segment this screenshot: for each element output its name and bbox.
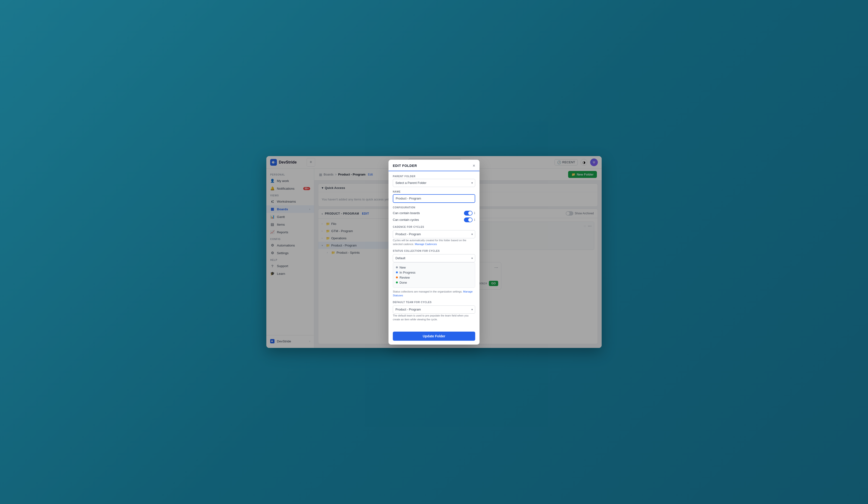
status-item-done: Done — [396, 280, 472, 285]
status-list: New In Progress Review Done — [393, 262, 475, 288]
default-team-helper: The default team is used to pre populate… — [393, 314, 475, 322]
status-item-review: Review — [396, 275, 472, 280]
status-collection-select[interactable]: Default — [393, 254, 475, 262]
parent-folder-group: PARENT FOLDER Select a Parent Folder (fu… — [393, 175, 475, 187]
name-label: NAME — [393, 190, 475, 193]
status-collection-select-wrapper: Default — [393, 254, 475, 262]
default-team-label: DEFAULT TEAM FOR CYCLES — [393, 301, 475, 304]
manage-cadences-link[interactable]: Manage Cadences — [415, 243, 437, 245]
configuration-group: CONFIGURATION Can contain boards ℹ Can c… — [393, 206, 475, 222]
default-team-group: DEFAULT TEAM FOR CYCLES Product - Progra… — [393, 301, 475, 322]
status-label-in-progress: In Progress — [400, 271, 415, 274]
folder-name-input[interactable] — [393, 194, 475, 203]
can-contain-boards-toggle[interactable] — [464, 211, 473, 215]
can-contain-cycles-label: Can contain cycles — [393, 218, 419, 222]
parent-folder-select-wrapper: Select a Parent Folder — [393, 179, 475, 187]
status-dot-done — [396, 282, 398, 283]
status-dot-review — [396, 276, 398, 279]
can-contain-boards-label: Can contain boards — [393, 211, 420, 215]
status-item-new: New — [396, 265, 472, 270]
modal-header: EDIT FOLDER × — [389, 160, 479, 171]
status-managed-text: Status collections are managed in the or… — [393, 290, 475, 298]
parent-folder-label: PARENT FOLDER — [393, 175, 475, 178]
name-group: NAME (function(){ var inp = document.que… — [393, 190, 475, 203]
can-contain-cycles-row: Can contain cycles ℹ — [393, 218, 475, 222]
status-dot-new — [396, 266, 398, 268]
modal-body: PARENT FOLDER Select a Parent Folder (fu… — [389, 171, 479, 329]
cadence-helper-text: Cycles will be automatically created for… — [393, 238, 475, 246]
modal-close-button[interactable]: × — [473, 163, 475, 168]
default-team-select-wrapper: Product - Program — [393, 305, 475, 314]
status-item-in-progress: In Progress — [396, 270, 472, 275]
cadence-select-wrapper: Product - Program — [393, 230, 475, 238]
cadence-group: CADENCE FOR CYCLES Product - Program (fu… — [393, 225, 475, 246]
status-label-new: New — [400, 266, 406, 269]
can-contain-boards-right: ℹ — [464, 211, 475, 215]
edit-folder-modal: EDIT FOLDER × PARENT FOLDER Select a Par… — [389, 160, 479, 344]
status-collection-group: STATUS COLLECTION FOR CYCLES Default (fu… — [393, 250, 475, 298]
parent-folder-select[interactable]: Select a Parent Folder — [393, 179, 475, 187]
default-team-select[interactable]: Product - Program — [393, 305, 475, 314]
status-dot-in-progress — [396, 271, 398, 273]
update-folder-button[interactable]: Update Folder — [393, 332, 475, 341]
can-contain-cycles-right: ℹ — [464, 218, 475, 222]
status-collection-label: STATUS COLLECTION FOR CYCLES — [393, 250, 475, 252]
status-label-done: Done — [400, 281, 407, 284]
can-contain-boards-row: Can contain boards ℹ — [393, 211, 475, 215]
modal-footer: Update Folder — [389, 329, 479, 344]
status-label-review: Review — [400, 276, 410, 279]
info-icon-cycles[interactable]: ℹ — [474, 218, 475, 222]
info-icon-boards[interactable]: ℹ — [474, 211, 475, 215]
modal-title: EDIT FOLDER — [393, 164, 417, 168]
modal-overlay[interactable]: EDIT FOLDER × PARENT FOLDER Select a Par… — [0, 0, 868, 504]
cadence-label: CADENCE FOR CYCLES — [393, 225, 475, 228]
can-contain-cycles-toggle[interactable] — [464, 218, 473, 222]
configuration-label: CONFIGURATION — [393, 206, 475, 209]
cadence-select[interactable]: Product - Program — [393, 230, 475, 238]
